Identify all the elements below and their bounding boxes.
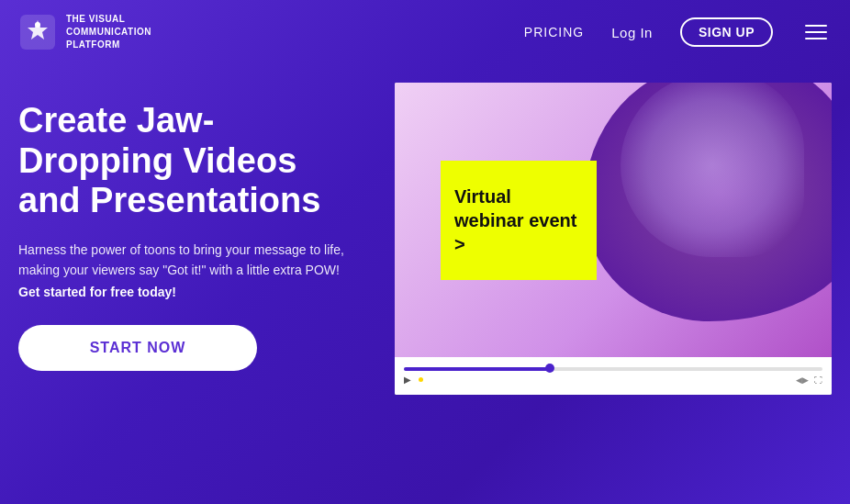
video-inner: Virtual webinar event > ▶	[395, 83, 832, 395]
header: THE VISUAL COMMUNICATION PLATFORM PRICIN…	[0, 0, 850, 64]
video-frame[interactable]: Virtual webinar event > ▶	[395, 83, 832, 395]
video-controls: ▶ ◀▶ ⛶	[395, 357, 832, 395]
logo-text: THE VISUAL COMMUNICATION PLATFORM	[66, 13, 151, 51]
controls-right: ◀▶ ⛶	[796, 375, 822, 385]
pricing-link[interactable]: PRICING	[524, 25, 584, 39]
controls-left: ▶	[404, 375, 423, 385]
progress-dot	[545, 364, 554, 373]
start-now-button[interactable]: START NOW	[18, 325, 257, 371]
hero-cta-text: Get started for free today!	[18, 285, 358, 299]
logo[interactable]: THE VISUAL COMMUNICATION PLATFORM	[18, 13, 151, 51]
right-panel: Virtual webinar event > ▶	[395, 83, 832, 395]
webinar-text: Virtual webinar event >	[454, 185, 583, 256]
light-blob	[621, 83, 804, 257]
hamburger-menu[interactable]	[800, 20, 832, 44]
left-panel: Create Jaw-Dropping Videos and Presentat…	[18, 92, 358, 371]
main-content: Create Jaw-Dropping Videos and Presentat…	[0, 64, 850, 395]
signup-button[interactable]: SIGN UP	[680, 17, 773, 47]
time-dots	[419, 377, 423, 382]
volume-icon[interactable]: ◀▶	[796, 375, 809, 385]
webinar-text-box: Virtual webinar event >	[441, 161, 597, 280]
fullscreen-icon[interactable]: ⛶	[814, 375, 822, 385]
controls-row: ▶ ◀▶ ⛶	[404, 375, 822, 385]
svg-point-1	[35, 22, 40, 28]
progress-bar[interactable]	[404, 367, 822, 371]
hero-description: Harness the power of toons to bring your…	[18, 240, 358, 281]
powtoon-logo-icon	[18, 13, 57, 51]
hamburger-line-2	[805, 31, 827, 33]
hamburger-line-1	[805, 25, 827, 27]
hamburger-line-3	[805, 38, 827, 39]
login-link[interactable]: Log In	[611, 25, 653, 40]
main-nav: PRICING Log In SIGN UP	[524, 17, 832, 47]
time-dot-1	[419, 377, 423, 382]
header-left: THE VISUAL COMMUNICATION PLATFORM	[18, 13, 151, 51]
slide-content: Virtual webinar event >	[395, 83, 832, 357]
play-icon[interactable]: ▶	[404, 375, 411, 385]
progress-fill	[404, 367, 551, 371]
hero-title: Create Jaw-Dropping Videos and Presentat…	[18, 101, 358, 221]
